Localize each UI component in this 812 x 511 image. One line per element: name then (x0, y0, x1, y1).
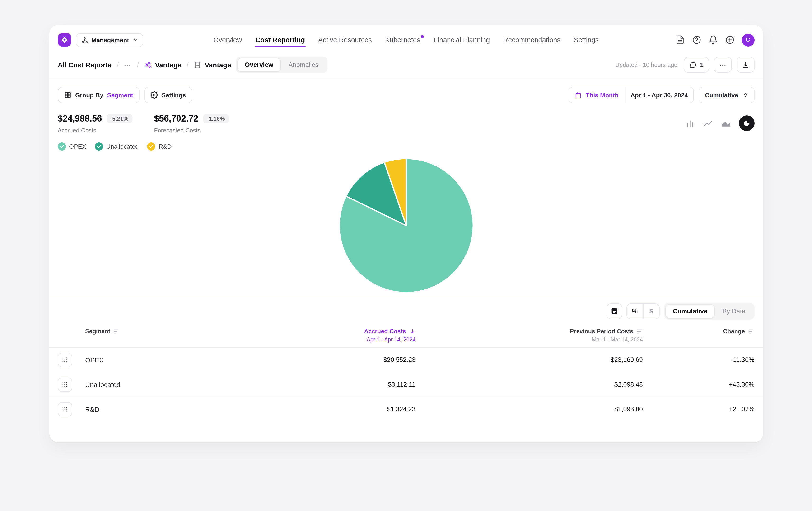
pie-chart-toggle-active[interactable] (739, 115, 754, 131)
nav-item-kubernetes-label: Kubernetes (385, 36, 420, 44)
row-previous: $1,093.80 (415, 406, 643, 413)
row-accrued: $20,552.23 (259, 356, 415, 363)
comment-bubble-icon (689, 61, 697, 69)
tab-anomalies[interactable]: Anomalies (281, 58, 326, 72)
row-grid-handle[interactable] (58, 402, 72, 416)
dots-grid-icon (62, 381, 68, 387)
row-segment: R&D (85, 405, 259, 413)
breadcrumb-collapsed-button[interactable]: ⋯ (124, 61, 132, 69)
legend-check-rnd (147, 142, 155, 151)
row-change: +21.07% (643, 406, 754, 413)
tab-overview[interactable]: Overview (237, 58, 281, 72)
row-accrued: $1,324.23 (259, 406, 415, 413)
date-range-button[interactable]: Apr 1 - Apr 30, 2024 (625, 87, 694, 103)
row-grid-handle[interactable] (58, 353, 72, 367)
tab-by-date[interactable]: By Date (715, 304, 753, 318)
previous-header-sub: Mar 1 - Mar 14, 2024 (415, 337, 643, 342)
main-nav: Overview Cost Reporting Active Resources… (213, 30, 599, 49)
help-icon[interactable] (692, 35, 701, 45)
kpi-band: $24,988.56 -5.21% Accrued Costs $56,702.… (58, 113, 754, 134)
breadcrumb-report[interactable]: Vantage (194, 61, 231, 69)
breadcrumb-root[interactable]: All Cost Reports (58, 61, 112, 69)
pie-chart-icon (743, 119, 751, 127)
download-icon (742, 61, 749, 69)
calendar-icon (575, 91, 582, 99)
legend-item-unallocated[interactable]: Unallocated (95, 142, 139, 151)
accrued-costs-value: $24,988.56 (58, 113, 102, 124)
add-icon[interactable] (725, 35, 734, 45)
workspace-switcher[interactable]: Management (76, 33, 143, 47)
table-row[interactable]: OPEX $20,552.23 $23,169.69 -11.30% (49, 347, 763, 372)
dollar-toggle[interactable]: $ (643, 304, 659, 319)
user-avatar[interactable]: C (742, 33, 754, 46)
row-previous: $23,169.69 (415, 356, 643, 363)
last-updated-text: Updated ~10 hours ago (615, 61, 677, 68)
group-by-button[interactable]: Group By Segment (58, 87, 139, 103)
dots-grid-icon (62, 357, 68, 363)
comments-button[interactable]: 1 (684, 57, 709, 73)
col-header-previous[interactable]: Previous Period Costs Mar 1 - Mar 14, 20… (415, 328, 643, 342)
settings-button[interactable]: Settings (144, 87, 192, 103)
accrued-header-sub: Apr 1 - Apr 14, 2024 (259, 337, 415, 342)
legend-check-opex (58, 142, 66, 151)
pie-chart[interactable] (335, 155, 477, 296)
breadcrumb-separator: / (117, 61, 119, 69)
breadcrumb-report-label: Vantage (205, 61, 231, 69)
date-preset-button[interactable]: This Month (569, 87, 625, 103)
report-view-button[interactable] (606, 303, 622, 319)
change-header-label: Change (723, 328, 745, 335)
nav-item-financial-planning[interactable]: Financial Planning (433, 30, 490, 49)
table-header: Segment Accrued Costs Apr 1 - Apr 14, 20… (49, 324, 763, 347)
download-button[interactable] (736, 57, 754, 73)
col-header-accrued[interactable]: Accrued Costs Apr 1 - Apr 14, 2024 (259, 328, 415, 342)
view-tabs: Overview Anomalies (236, 56, 327, 73)
tab-cumulative[interactable]: Cumulative (665, 304, 715, 318)
docs-icon[interactable] (675, 35, 685, 45)
group-by-label: Group By (75, 91, 103, 99)
more-options-button[interactable] (714, 57, 731, 73)
report-toolbar: Group By Segment Settings (58, 87, 754, 103)
chart-legend: OPEX Unallocated R (58, 142, 754, 151)
breadcrumb: All Cost Reports / ⋯ / Vantage / (58, 61, 231, 69)
nav-item-recommendations[interactable]: Recommendations (502, 30, 561, 49)
line-chart-icon[interactable] (703, 118, 713, 129)
legend-label-rnd: R&D (159, 143, 172, 150)
legend-item-opex[interactable]: OPEX (58, 142, 86, 151)
breadcrumb-folder[interactable]: Vantage (144, 61, 181, 69)
org-nodes-icon (81, 36, 88, 44)
bar-chart-icon[interactable] (685, 118, 695, 129)
sort-icon (113, 328, 120, 335)
table-report-icon (610, 307, 618, 315)
aggregation-select[interactable]: Cumulative (699, 87, 754, 103)
breadcrumb-bar: All Cost Reports / ⋯ / Vantage / (49, 55, 763, 79)
row-segment: Unallocated (85, 381, 259, 388)
comments-count: 1 (700, 61, 703, 69)
table-row[interactable]: R&D $1,324.23 $1,093.80 +21.07% (49, 397, 763, 421)
chart-area (58, 153, 754, 298)
avatar-initial: C (746, 36, 750, 43)
sort-icon (748, 328, 754, 335)
nav-item-cost-reporting[interactable]: Cost Reporting (255, 30, 306, 49)
percent-toggle[interactable]: % (627, 304, 643, 319)
nav-item-overview[interactable]: Overview (213, 30, 242, 49)
notifications-bell-icon[interactable] (708, 35, 718, 45)
kpi-forecasted-costs: $56,702.72 -1.16% Forecasted Costs (154, 113, 229, 134)
col-header-segment[interactable]: Segment (85, 328, 259, 335)
check-icon (149, 144, 154, 149)
top-navigation: Management Overview Cost Reporting Activ… (49, 25, 763, 55)
forecasted-costs-delta-badge: -1.16% (203, 114, 229, 124)
nav-item-kubernetes[interactable]: Kubernetes (385, 30, 421, 49)
vantage-logo[interactable] (58, 33, 71, 47)
accrued-costs-delta-badge: -5.21% (107, 114, 132, 124)
legend-label-unallocated: Unallocated (106, 143, 139, 150)
row-previous: $2,098.48 (415, 381, 643, 388)
nav-item-settings[interactable]: Settings (573, 30, 599, 49)
row-grid-handle[interactable] (58, 377, 72, 392)
col-header-change[interactable]: Change (643, 328, 754, 335)
legend-item-rnd[interactable]: R&D (147, 142, 172, 151)
nav-item-active-resources[interactable]: Active Resources (318, 30, 372, 49)
diamond-logo-icon (60, 36, 68, 44)
area-chart-icon[interactable] (721, 118, 731, 129)
segment-header-label: Segment (85, 328, 110, 335)
table-row[interactable]: Unallocated $3,112.11 $2,098.48 +48.30% (49, 372, 763, 397)
